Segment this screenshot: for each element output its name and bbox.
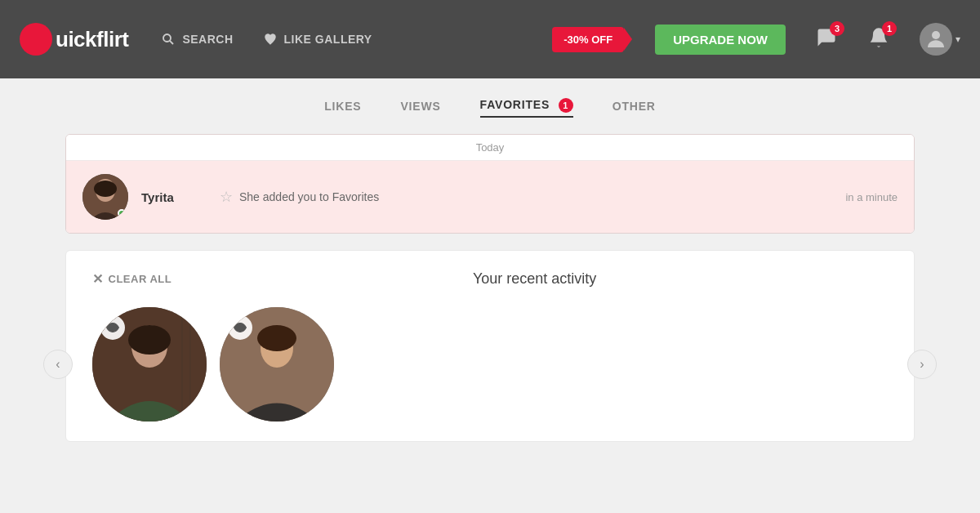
activity-photos: ‹	[92, 307, 888, 422]
notification-message: ☆ She added you to Favorites	[220, 188, 832, 206]
notification-card: Today Tyrita ☆ She added you to Favorite…	[65, 134, 915, 234]
photo-circle-1	[92, 307, 207, 422]
avatar-button[interactable]: ▾	[920, 23, 960, 56]
svg-point-16	[257, 325, 296, 351]
avatar-icon	[924, 27, 948, 51]
nav-like-gallery[interactable]: LIKE GALLERY	[263, 32, 372, 47]
prev-button[interactable]: ‹	[43, 350, 73, 379]
next-button[interactable]: ›	[907, 350, 937, 379]
eye-icon-1	[106, 321, 119, 334]
activity-photo-1[interactable]	[92, 307, 207, 422]
online-indicator	[118, 209, 126, 217]
logo-icon	[20, 23, 52, 56]
notifications-badge: 1	[882, 21, 897, 36]
nav-search[interactable]: SEARCH	[161, 32, 233, 47]
eye-icon-2	[234, 321, 247, 334]
activity-header: ✕ CLEAR ALL Your recent activity	[92, 270, 888, 288]
header: uickflirt SEARCH LIKE GALLERY -30% OFF U…	[0, 0, 980, 78]
search-icon	[161, 32, 176, 47]
photo-circle-2	[220, 307, 334, 422]
svg-line-1	[170, 41, 173, 44]
svg-point-6	[111, 326, 114, 329]
avatar	[920, 23, 952, 56]
svg-point-13	[238, 326, 242, 329]
tab-favorites[interactable]: FAVORITES 1	[480, 98, 573, 118]
activity-photo-2[interactable]	[220, 307, 334, 422]
tab-other[interactable]: OTHER	[612, 100, 656, 116]
notification-username: Tyrita	[141, 190, 207, 204]
main-content: LIKES VIEWS FAVORITES 1 OTHER Today	[0, 78, 980, 462]
heart-icon	[263, 32, 278, 47]
avatar-caret: ▾	[956, 33, 960, 45]
notification-avatar	[82, 174, 128, 220]
notification-date: Today	[66, 135, 914, 161]
upgrade-button[interactable]: UPGRADE NOW	[655, 25, 786, 55]
activity-card: ✕ CLEAR ALL Your recent activity ‹	[65, 250, 915, 442]
star-icon: ☆	[220, 188, 233, 206]
svg-point-0	[163, 34, 171, 42]
messages-button[interactable]: 3	[815, 26, 838, 52]
clear-all-button[interactable]: ✕ CLEAR ALL	[92, 271, 172, 287]
svg-point-2	[932, 31, 940, 39]
activity-title: Your recent activity	[181, 270, 888, 288]
notification-time: in a minute	[845, 191, 898, 203]
svg-point-10	[128, 325, 171, 355]
tab-views[interactable]: VIEWS	[400, 100, 440, 116]
tab-likes[interactable]: LIKES	[324, 100, 361, 116]
close-icon: ✕	[92, 271, 104, 287]
tabs: LIKES VIEWS FAVORITES 1 OTHER	[65, 98, 915, 118]
logo[interactable]: uickflirt	[20, 23, 128, 56]
favorites-badge: 1	[559, 98, 573, 113]
svg-point-5	[94, 181, 117, 197]
notification-row[interactable]: Tyrita ☆ She added you to Favorites in a…	[66, 161, 914, 233]
logo-text: uickflirt	[56, 27, 128, 52]
discount-badge[interactable]: -30% OFF	[552, 27, 624, 52]
notifications-button[interactable]: 1	[867, 26, 890, 52]
messages-badge: 3	[830, 21, 844, 36]
